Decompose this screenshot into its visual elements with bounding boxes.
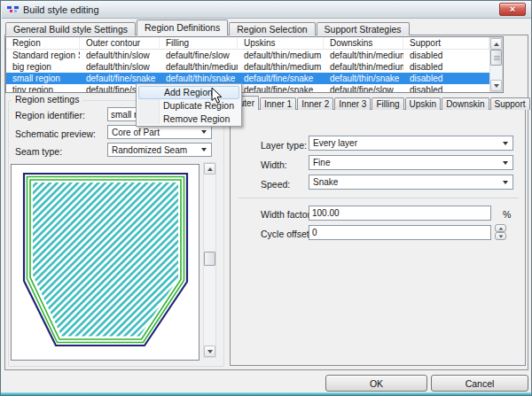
column-header-region[interactable]: Region: [6, 37, 80, 50]
separator: [239, 198, 519, 198]
region-identifier-label: Region identifier:: [15, 110, 85, 120]
width-factor-unit: %: [503, 209, 511, 220]
width-select[interactable]: Fine: [309, 155, 513, 170]
table-cell: default/fine/snake: [238, 84, 324, 93]
column-header-filling[interactable]: Filling: [160, 37, 238, 50]
menu-item-duplicate-region[interactable]: Duplicate Region: [138, 99, 239, 113]
table-cell: Standard region Size: [6, 50, 80, 61]
region-settings-group-label: Region settings: [12, 94, 82, 105]
tab-support[interactable]: Support: [490, 97, 530, 110]
column-header-outer-contour[interactable]: Outer contour: [80, 37, 160, 50]
tab-inner-2[interactable]: Inner 2: [297, 97, 333, 110]
tab-support-strategies[interactable]: Support Strategies: [317, 22, 410, 35]
chevron-down-icon: [503, 142, 508, 145]
stepper-up-button[interactable]: [495, 224, 506, 232]
table-scrollbar[interactable]: [489, 37, 503, 92]
selected-value: Randomized Seam: [112, 145, 187, 155]
ok-button[interactable]: OK: [325, 375, 427, 392]
selected-value: Snake: [313, 177, 338, 187]
seam-type-label: Seam type:: [15, 146, 62, 157]
cycle-offset-input[interactable]: [309, 225, 491, 240]
cycle-offset-stepper: [495, 224, 506, 240]
preview-scrollbar[interactable]: [203, 162, 216, 358]
column-header-downskins[interactable]: Downskins: [324, 37, 403, 50]
stepper-down-button[interactable]: [495, 232, 506, 240]
close-button[interactable]: ×: [499, 3, 526, 16]
selected-value: Every layer: [313, 138, 357, 148]
scroll-down-button[interactable]: [204, 346, 215, 357]
table-cell: default/fine/snake: [238, 73, 324, 84]
region-context-menu: Add Region Duplicate Region Remove Regio…: [136, 83, 242, 127]
arrow-up-icon: [207, 167, 213, 171]
column-header-support[interactable]: Support: [403, 37, 489, 50]
dialog-build-style-editing: Build style editing × General Build styl…: [0, 0, 532, 396]
scroll-down-button[interactable]: [490, 80, 502, 91]
table-cell: default/thin/medium: [324, 61, 403, 73]
table-cell: disabled: [403, 50, 489, 61]
table-cell: small region: [6, 73, 80, 84]
tab-upskin[interactable]: Upskin: [405, 97, 442, 110]
menu-item-add-region[interactable]: Add Region: [138, 86, 239, 99]
table-row-big-region[interactable]: big region default/thin/slow default/thi…: [6, 61, 489, 73]
table-cell: tiny region: [6, 84, 80, 93]
chevron-down-icon: [201, 130, 207, 134]
app-icon: [7, 4, 19, 15]
tab-downskin[interactable]: Downskin: [442, 97, 489, 110]
layer-type-select[interactable]: Every layer: [309, 136, 513, 151]
chevron-down-icon: [503, 181, 508, 184]
table-cell: big region: [6, 61, 80, 73]
table-cell: disabled: [403, 84, 489, 93]
width-label: Width:: [261, 159, 287, 170]
column-header-upskins[interactable]: Upskins: [238, 37, 324, 50]
mouse-cursor-icon: [211, 87, 223, 106]
scrollbar-thumb[interactable]: [490, 50, 502, 66]
menu-item-remove-region[interactable]: Remove Region: [138, 113, 239, 126]
region-cross-section-drawing: [12, 165, 199, 360]
main-tabbar: General Build style Settings Region Defi…: [5, 19, 411, 35]
tab-region-selection[interactable]: Region Selection: [229, 22, 315, 35]
tab-filling[interactable]: Filling: [372, 97, 403, 110]
region-table: Region Outer contour Filling Upskins Dow…: [5, 36, 504, 93]
scrollbar-thumb[interactable]: [204, 252, 215, 266]
tab-region-definitions[interactable]: Region Definitions: [137, 19, 228, 35]
tab-inner-1[interactable]: Inner 1: [260, 97, 296, 110]
table-cell: default/fine/slow: [324, 84, 403, 93]
speed-label: Speed:: [261, 179, 290, 190]
table-cell: default/thin/slow: [80, 50, 160, 61]
table-cell: default/thin/snake: [324, 73, 403, 84]
tab-general-build-style-settings[interactable]: General Build style Settings: [5, 22, 136, 35]
table-row-tiny-region[interactable]: tiny region default/fine/snake default/t…: [6, 84, 489, 93]
table-row-standard-region-size[interactable]: Standard region Size default/thin/slow d…: [6, 50, 489, 61]
style-tabbar: Outer Inner 1 Inner 2 Inner 3 Filling Up…: [228, 96, 531, 110]
table-cell: default/thin/medium: [238, 61, 324, 73]
width-factor-input[interactable]: [309, 206, 491, 221]
schematic-preview-select[interactable]: Core of Part: [107, 125, 212, 139]
scroll-up-button[interactable]: [490, 38, 502, 50]
table-row-small-region-selected[interactable]: small region default/fine/snake default/…: [6, 73, 489, 84]
arrow-up-icon: [494, 43, 499, 46]
table-cell: default/thin/medium: [160, 61, 238, 73]
table-cell: disabled: [403, 61, 489, 73]
table-cell: default/fine/slow: [160, 50, 238, 61]
cancel-button[interactable]: Cancel: [431, 375, 528, 392]
schematic-preview-label: Schematic preview:: [15, 128, 96, 139]
speed-select[interactable]: Snake: [309, 175, 513, 190]
arrow-up-icon: [498, 227, 503, 229]
table-cell: default/thin/medium: [238, 50, 324, 61]
selected-value: Core of Part: [112, 128, 160, 137]
filling-hatch: [33, 182, 178, 337]
close-icon: ×: [510, 4, 515, 14]
arrow-down-icon: [498, 235, 503, 237]
layer-type-label: Layer type:: [261, 140, 307, 151]
region-table-header: Region Outer contour Filling Upskins Dow…: [6, 37, 489, 50]
seam-type-select[interactable]: Randomized Seam: [107, 143, 212, 157]
schematic-preview-canvas: [11, 164, 200, 361]
scroll-up-button[interactable]: [204, 163, 215, 175]
thumb-grip-icon: [494, 56, 500, 57]
table-cell: default/thin/medium: [324, 50, 403, 61]
titlebar[interactable]: Build style editing ×: [2, 1, 531, 19]
selected-value: Fine: [313, 158, 330, 167]
arrow-down-icon: [207, 350, 213, 353]
tab-inner-3[interactable]: Inner 3: [334, 97, 371, 110]
cycle-offset-label: Cycle offset:: [261, 229, 312, 239]
